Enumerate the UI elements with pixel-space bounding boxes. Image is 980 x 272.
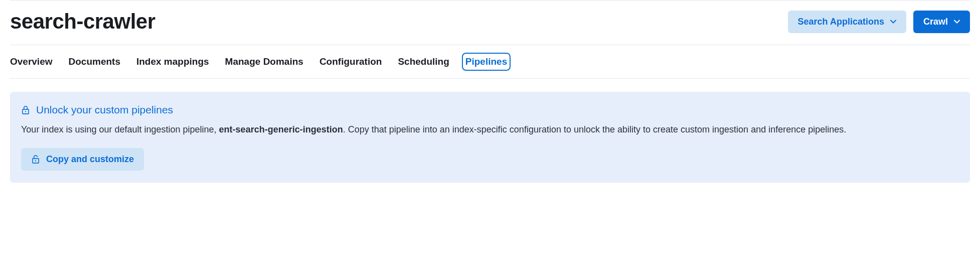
tab-documents[interactable]: Documents (69, 56, 120, 67)
callout-body: Your index is using our default ingestio… (21, 123, 959, 137)
header-actions: Search Applications Crawl (788, 11, 970, 33)
tab-pipelines[interactable]: Pipelines (465, 56, 507, 67)
search-applications-button[interactable]: Search Applications (788, 11, 906, 33)
callout-body-suffix: . Copy that pipeline into an index-speci… (343, 124, 847, 134)
lock-closed-icon (21, 105, 30, 114)
svg-point-3 (35, 161, 36, 162)
callout-body-bold: ent-search-generic-ingestion (219, 124, 343, 134)
callout-title-row: Unlock your custom pipelines (21, 104, 959, 116)
svg-point-1 (25, 111, 26, 112)
callout-title: Unlock your custom pipelines (36, 104, 173, 116)
copy-and-customize-label: Copy and customize (46, 154, 134, 165)
page-header: search-crawler Search Applications Crawl (10, 0, 970, 45)
unlock-pipelines-callout: Unlock your custom pipelines Your index … (10, 92, 970, 183)
tab-bar: Overview Documents Index mappings Manage… (10, 45, 970, 79)
callout-body-prefix: Your index is using our default ingestio… (21, 124, 219, 134)
tab-scheduling[interactable]: Scheduling (398, 56, 449, 67)
chevron-down-icon (890, 19, 896, 25)
search-applications-label: Search Applications (798, 17, 884, 27)
page-title: search-crawler (10, 10, 155, 34)
lock-open-icon (31, 155, 40, 164)
tab-manage-domains[interactable]: Manage Domains (225, 56, 303, 67)
tab-configuration[interactable]: Configuration (319, 56, 382, 67)
crawl-button[interactable]: Crawl (913, 11, 970, 33)
tab-index-mappings[interactable]: Index mappings (136, 56, 209, 67)
crawl-label: Crawl (923, 17, 948, 27)
copy-and-customize-button[interactable]: Copy and customize (21, 148, 144, 171)
chevron-down-icon (954, 19, 960, 25)
tab-overview[interactable]: Overview (10, 56, 53, 67)
